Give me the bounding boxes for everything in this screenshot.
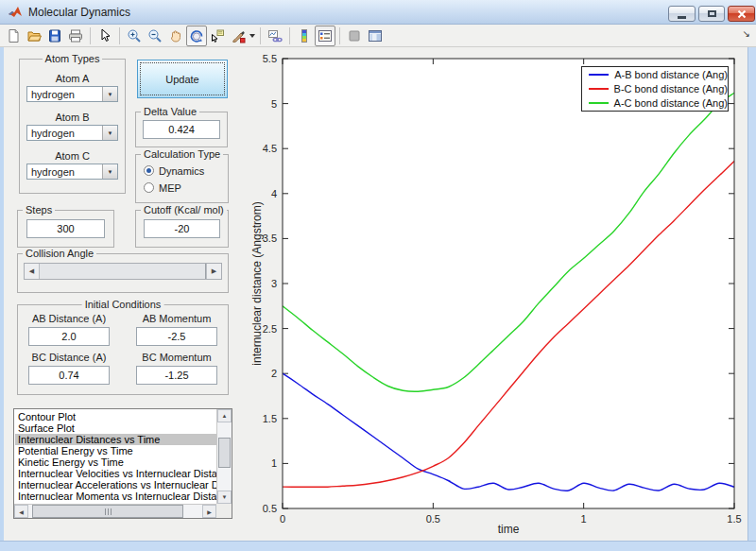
y-tick-label: 2 bbox=[271, 368, 277, 379]
atom-c-value: hydrogen bbox=[27, 166, 102, 178]
update-button[interactable]: Update bbox=[137, 60, 228, 98]
listbox-items: Contour Plot Surface Plot Internuclear D… bbox=[15, 411, 216, 504]
app-window: Molecular Dynamics bbox=[0, 0, 756, 551]
y-tick-label: 2.5 bbox=[263, 323, 277, 335]
ab-distance-field[interactable]: 2.0 bbox=[28, 327, 110, 346]
bc-momentum-field[interactable]: -1.25 bbox=[136, 366, 217, 385]
scroll-up-arrow[interactable]: ▲ bbox=[217, 409, 232, 422]
scrollbar-corner bbox=[216, 504, 232, 518]
list-item[interactable]: Kinetic Energy vs Time bbox=[15, 456, 216, 468]
legend-entry: A-C bond distance (Ang) bbox=[589, 97, 728, 110]
x-axis-label: time bbox=[498, 523, 520, 536]
y-tick-label: 3 bbox=[271, 278, 277, 289]
horizontal-scroll-thumb[interactable] bbox=[32, 505, 183, 518]
vertical-scrollbar[interactable]: ▲ ▼ bbox=[216, 409, 232, 504]
cutoff-field[interactable]: -20 bbox=[144, 219, 220, 238]
bc-distance-label: BC Distance (A) bbox=[32, 352, 107, 363]
y-tick-label: 4 bbox=[271, 188, 277, 199]
atom-b-value: hydrogen bbox=[27, 128, 102, 139]
list-item[interactable]: Internuclear Distances vs Time bbox=[15, 434, 216, 445]
plot-legend[interactable]: A-B bond distance (Ang) B-C bond distanc… bbox=[581, 66, 729, 112]
list-item[interactable]: Internuclear Velocities vs Internuclear … bbox=[15, 468, 216, 479]
y-tick-label: 4.5 bbox=[263, 143, 277, 154]
atom-a-value: hydrogen bbox=[27, 89, 102, 100]
chevron-down-icon[interactable]: ▼ bbox=[102, 164, 117, 179]
plot-type-listbox: Contour Plot Surface Plot Internuclear D… bbox=[13, 408, 232, 519]
legend-label: B-C bond distance (Ang) bbox=[614, 83, 728, 95]
legend-line-sample bbox=[589, 102, 609, 104]
y-tick-label: 5 bbox=[271, 98, 277, 110]
legend-line-sample bbox=[589, 88, 609, 90]
x-tick-label: 1 bbox=[581, 513, 587, 525]
radio-dynamics[interactable]: Dynamics bbox=[144, 164, 228, 178]
panel-title: Steps bbox=[23, 204, 55, 215]
y-axis-label: internuclear distance (Angstrom) bbox=[250, 201, 264, 365]
focus-ring bbox=[140, 62, 225, 95]
atom-a-label: Atom A bbox=[20, 73, 125, 84]
panel-title: Calculation Type bbox=[141, 148, 223, 160]
legend-line-sample bbox=[589, 74, 609, 76]
radio-label: Dynamics bbox=[159, 165, 204, 177]
legend-label: A-C bond distance (Ang) bbox=[614, 97, 728, 109]
y-tick-label: 1.5 bbox=[263, 413, 277, 424]
initial-conditions-panel: Initial Conditions AB Distance (A) 2.0 A… bbox=[17, 304, 229, 395]
radio-icon bbox=[144, 165, 154, 176]
list-item[interactable]: Surface Plot bbox=[15, 422, 216, 434]
collision-angle-slider[interactable]: ◀ ▶ bbox=[24, 263, 222, 280]
vertical-scroll-thumb[interactable] bbox=[218, 438, 231, 468]
delta-value-field[interactable]: 0.424 bbox=[143, 120, 220, 139]
radio-label: MEP bbox=[159, 182, 181, 194]
panel-title: Delta Value bbox=[141, 106, 199, 117]
panel-title: Atom Types bbox=[43, 53, 103, 64]
list-item[interactable]: Internuclear Accelerations vs Internucle… bbox=[15, 479, 216, 491]
panel-title: Cutoff (Kcal/ mol) bbox=[141, 204, 227, 215]
chevron-down-icon[interactable]: ▼ bbox=[102, 87, 117, 101]
list-item[interactable]: Contour Plot bbox=[15, 411, 216, 422]
atom-types-panel: Atom Types Atom A hydrogen ▼ Atom B hydr… bbox=[19, 59, 126, 194]
y-tick-label: 5.5 bbox=[263, 53, 277, 64]
x-tick-label: 1.5 bbox=[727, 513, 741, 525]
legend-label: A-B bond distance (Ang) bbox=[614, 69, 728, 80]
legend-entry: A-B bond distance (Ang) bbox=[589, 69, 728, 81]
bc-distance-field[interactable]: 0.74 bbox=[28, 366, 110, 385]
y-tick-label: 3.5 bbox=[263, 232, 277, 244]
ab-momentum-label: AB Momentum bbox=[143, 313, 212, 324]
y-tick-label: 1 bbox=[271, 457, 277, 469]
x-tick-label: 0.5 bbox=[426, 513, 440, 525]
chevron-down-icon[interactable]: ▼ bbox=[102, 126, 117, 140]
list-item[interactable]: Potential Energy vs Time bbox=[15, 445, 216, 456]
bc-momentum-label: BC Momentum bbox=[142, 352, 211, 363]
atom-b-label: Atom B bbox=[20, 112, 125, 123]
list-item[interactable]: Internuclear Momenta vs Internuclear Dis… bbox=[15, 491, 216, 502]
slider-right-arrow[interactable]: ▶ bbox=[206, 264, 221, 279]
scroll-down-arrow[interactable]: ▼ bbox=[217, 491, 232, 504]
radio-icon bbox=[144, 182, 154, 193]
scroll-right-arrow[interactable]: ▶ bbox=[202, 505, 216, 518]
x-tick-label: 0 bbox=[280, 513, 285, 525]
plot-background bbox=[283, 59, 734, 508]
legend-entry: B-C bond distance (Ang) bbox=[589, 83, 728, 95]
panel-title: Initial Conditions bbox=[82, 299, 164, 310]
scroll-left-arrow[interactable]: ◀ bbox=[14, 505, 28, 518]
atom-a-dropdown[interactable]: hydrogen ▼ bbox=[26, 86, 118, 102]
y-tick-label: 0.5 bbox=[263, 503, 277, 514]
calculation-type-panel: Calculation Type Dynamics MEP bbox=[135, 154, 229, 203]
panel-title: Collision Angle bbox=[23, 248, 96, 259]
delta-value-panel: Delta Value 0.424 bbox=[135, 112, 228, 147]
horizontal-scrollbar[interactable]: ◀ ▶ bbox=[14, 504, 216, 518]
steps-panel: Steps 300 bbox=[17, 210, 114, 248]
ab-momentum-field[interactable]: -2.5 bbox=[136, 327, 217, 346]
radio-mep[interactable]: MEP bbox=[144, 181, 228, 195]
cutoff-panel: Cutoff (Kcal/ mol) -20 bbox=[135, 210, 229, 248]
steps-field[interactable]: 300 bbox=[26, 219, 105, 238]
atom-c-label: Atom C bbox=[20, 150, 125, 162]
slider-thumb[interactable] bbox=[40, 264, 206, 279]
atom-c-dropdown[interactable]: hydrogen ▼ bbox=[26, 164, 118, 180]
slider-left-arrow[interactable]: ◀ bbox=[25, 264, 40, 279]
ab-distance-label: AB Distance (A) bbox=[32, 313, 106, 324]
atom-b-dropdown[interactable]: hydrogen ▼ bbox=[26, 125, 118, 141]
collision-angle-panel: Collision Angle ◀ ▶ bbox=[17, 253, 229, 293]
